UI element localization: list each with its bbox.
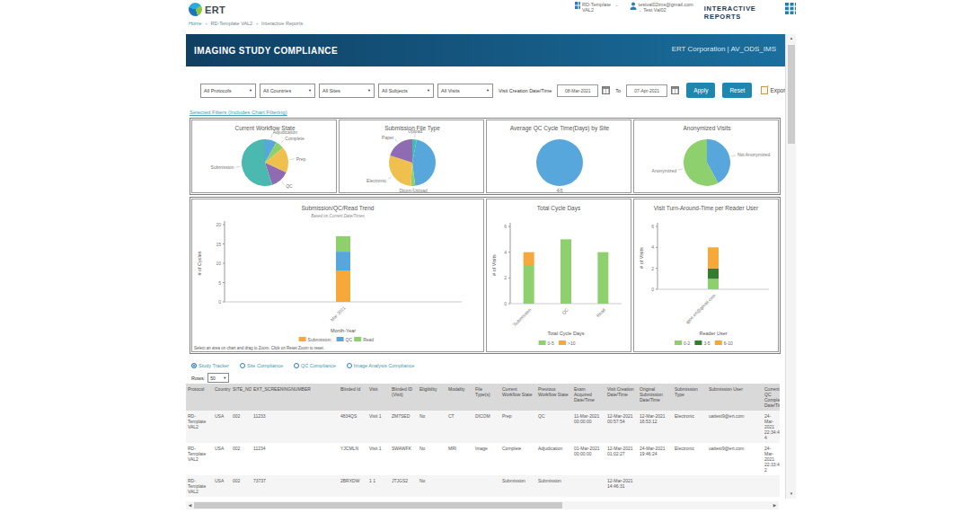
breadcrumb-item[interactable]: Interactive Reports xyxy=(261,21,303,26)
column-header[interactable]: Blinded ID (Visit) xyxy=(390,384,418,411)
legend-label[interactable]: >10 xyxy=(568,341,576,346)
pie-chart[interactable]: Anonymized VisitsNot AnonymizedAnonymize… xyxy=(634,120,779,193)
legend-label[interactable]: 3-5 xyxy=(703,341,710,346)
column-header[interactable]: Submission Type xyxy=(673,384,707,411)
pie-chart[interactable]: Submission File TypeUploadDicom UploadEl… xyxy=(340,120,484,193)
selected-filters-link[interactable]: Selected Filters (Includes Chart Filteri… xyxy=(190,110,287,115)
filter-dropdown[interactable]: All Visits▼ xyxy=(437,84,493,98)
date-to-input[interactable]: 07-Apr-2021 xyxy=(626,84,667,97)
legend-label[interactable]: QC xyxy=(346,337,353,342)
filter-dropdown[interactable]: All Subjects▼ xyxy=(378,84,434,98)
bar-chart[interactable]: Total Cycle Days0246# of VisitsSubmissio… xyxy=(487,199,631,351)
chart-panel-submission-file-type[interactable]: Submission File TypeUploadDicom UploadEl… xyxy=(339,119,484,193)
horizontal-scrollbar-thumb[interactable] xyxy=(194,502,562,509)
study-selector[interactable]: RD-Template VAL2 ⌄ xyxy=(575,2,619,13)
pie-chart[interactable]: Current Workflow StateAdjudicationComple… xyxy=(192,120,337,193)
column-header[interactable]: Modality xyxy=(446,384,473,411)
pie-chart[interactable]: Average QC Cycle Time(Days) by Site4-5 xyxy=(487,120,631,193)
chart-panel-trend[interactable]: Submission/QC/Read TrendBased on Current… xyxy=(191,199,484,352)
table-cell: DICOM xyxy=(473,411,500,443)
table-cell: uattest9@ert.com xyxy=(707,443,763,475)
column-header[interactable]: Visit xyxy=(367,384,390,411)
apply-button[interactable]: Apply xyxy=(686,83,715,98)
bar-segment[interactable] xyxy=(524,265,534,304)
reset-button[interactable]: Reset xyxy=(722,83,752,98)
bar-chart[interactable]: Submission/QC/Read TrendBased on Current… xyxy=(192,199,483,345)
column-header[interactable]: Country xyxy=(213,384,231,411)
bar-chart[interactable]: Visit Turn-Around-Time per Reader User02… xyxy=(634,199,778,351)
y-tick-label: 6 xyxy=(504,224,507,229)
vertical-scrollbar-thumb[interactable] xyxy=(788,45,795,144)
radio-option[interactable]: Site Compliance xyxy=(240,363,283,368)
pie-slice-label: Paper xyxy=(382,135,394,140)
radio-option[interactable]: Study Tracker xyxy=(191,363,229,368)
chart-panel-current-workflow-state[interactable]: Current Workflow StateAdjudicationComple… xyxy=(191,119,337,193)
legend-label[interactable]: 0-2 xyxy=(684,341,690,346)
pie-label-leader xyxy=(281,140,284,144)
export-button[interactable]: Export xyxy=(761,86,787,94)
vertical-scrollbar[interactable]: ▲ ▼ xyxy=(785,34,796,499)
filter-dropdown[interactable]: All Protocols▼ xyxy=(200,84,256,98)
column-header[interactable]: Original Submission Date/Time xyxy=(638,384,673,411)
pie-slice[interactable] xyxy=(412,139,436,185)
bar-segment[interactable] xyxy=(708,279,719,289)
date-from-input[interactable]: 08-Mar-2021 xyxy=(557,84,598,97)
column-header[interactable]: Blinded Id xyxy=(339,384,367,411)
chart-panel-avg-qc-cycle-time[interactable]: Average QC Cycle Time(Days) by Site4-5 xyxy=(486,119,631,193)
filter-dropdown[interactable]: All Sites▼ xyxy=(319,84,375,98)
rows-select[interactable]: 50 ▼ xyxy=(207,373,229,383)
breadcrumb-item[interactable]: Home xyxy=(189,21,202,26)
chart-title: Anonymized Visits xyxy=(684,125,732,132)
bar-segment[interactable] xyxy=(708,247,719,268)
scroll-up-icon[interactable]: ▲ xyxy=(786,34,797,43)
column-header[interactable]: SITE_NO xyxy=(231,384,252,411)
table-row[interactable]: RD-Template VAL2United States00111111QMF… xyxy=(186,497,780,500)
breadcrumb-item[interactable]: RD-Template VAL2 xyxy=(211,21,253,26)
legend-label[interactable]: Read xyxy=(363,337,374,342)
radio-option[interactable]: Image Analysis Compliance xyxy=(347,363,415,368)
chart-panel-anonymized-visits[interactable]: Anonymized VisitsNot AnonymizedAnonymize… xyxy=(633,119,779,193)
table-row[interactable]: RD-Template VAL2USA00211234YJCMLNVisit 1… xyxy=(186,443,780,475)
table-row[interactable]: RD-Template VAL2USA002737372BRXDW1 1JTJG… xyxy=(186,475,780,497)
column-header[interactable]: File Type(s) xyxy=(473,384,500,411)
column-header[interactable]: Protocol xyxy=(186,384,213,411)
column-header[interactable]: Exam Acquired Date/Time xyxy=(572,384,605,411)
report-frame: IMAGING STUDY COMPLIANCE ERT Corporation… xyxy=(186,34,785,500)
bar-segment[interactable] xyxy=(708,269,719,279)
scroll-down-icon[interactable]: ▼ xyxy=(786,490,797,499)
scroll-right-icon[interactable]: ▶ xyxy=(771,501,779,509)
pie-slice[interactable] xyxy=(536,139,583,186)
bar-segment[interactable] xyxy=(597,252,608,304)
table-cell: RD-Template VAL2 xyxy=(186,475,213,497)
column-header[interactable]: Current Workflow State xyxy=(500,384,536,411)
bar-segment[interactable] xyxy=(336,271,350,302)
chart-panel-visit-tat[interactable]: Visit Turn-Around-Time per Reader User02… xyxy=(633,199,779,352)
bar-segment[interactable] xyxy=(524,252,534,265)
app-launcher-icon[interactable] xyxy=(785,3,796,14)
legend-label[interactable]: 0-5 xyxy=(548,341,554,346)
radio-option[interactable]: QC Compliance xyxy=(294,363,336,368)
pie-slice-label: Not Anonymized xyxy=(737,152,771,157)
user-menu[interactable]: testval02ims@gmail.com ⌄ Test Val02 xyxy=(630,2,693,13)
scroll-left-icon[interactable]: ◀ xyxy=(186,501,194,509)
column-header[interactable]: Visit Creation Date/Time xyxy=(605,384,638,411)
column-header[interactable]: Eligibility xyxy=(418,384,446,411)
filter-dropdown[interactable]: All Countries▼ xyxy=(260,84,315,98)
bar-segment[interactable] xyxy=(336,252,350,271)
table-row[interactable]: RD-Template VAL2USA002112334834QSVisit 1… xyxy=(186,411,780,443)
bar-segment[interactable] xyxy=(336,236,350,252)
legend-label[interactable]: 6-10 xyxy=(724,341,733,346)
column-header[interactable]: Current QC Complete Date/Time xyxy=(763,384,780,411)
app-title: INTERACTIVE REPORTS xyxy=(704,4,775,21)
calendar-icon[interactable] xyxy=(602,86,610,94)
calendar-icon[interactable] xyxy=(671,86,679,94)
legend-label[interactable]: Submission xyxy=(308,337,331,342)
to-label: To xyxy=(615,88,621,93)
column-header[interactable]: EXT_SCREENINGNUMBER xyxy=(252,384,339,411)
bar-segment[interactable] xyxy=(561,239,571,304)
chart-panel-total-cycle-days[interactable]: Total Cycle Days0246# of VisitsSubmissio… xyxy=(486,199,631,352)
column-header[interactable]: Previous Workflow State xyxy=(536,384,572,411)
column-header[interactable]: Submission User xyxy=(707,384,763,411)
horizontal-scrollbar[interactable]: ◀ ▶ xyxy=(186,501,779,509)
ert-logo[interactable]: ERT xyxy=(189,3,225,16)
